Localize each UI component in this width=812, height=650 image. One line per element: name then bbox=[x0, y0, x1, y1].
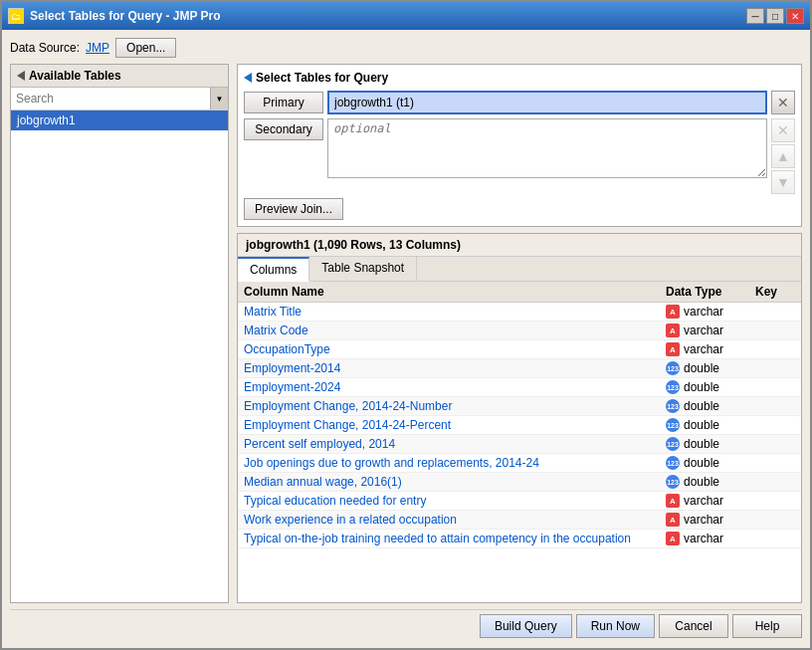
col-type-cell: 123double bbox=[666, 399, 755, 413]
table-row: Employment-2014123double bbox=[238, 359, 801, 378]
select-tables-header: Select Tables for Query bbox=[244, 71, 795, 85]
col-type-text: double bbox=[684, 380, 719, 394]
secondary-input[interactable] bbox=[327, 118, 767, 178]
col-name-header: Column Name bbox=[244, 285, 666, 299]
col-type-cell: Avarchar bbox=[666, 324, 755, 337]
left-panel: Available Tables ▼ jobgrowth1 bbox=[10, 64, 229, 603]
tabs-row: Columns Table Snapshot bbox=[238, 257, 801, 282]
secondary-up-button: ▲ bbox=[771, 144, 795, 168]
query-rows: Primary ✕ Secondary ✕ ▲ bbox=[244, 91, 795, 194]
bottom-bar: Build Query Run Now Cancel Help bbox=[10, 609, 802, 640]
title-bar: 🗂 Select Tables for Query - JMP Pro ─ □ … bbox=[2, 2, 810, 30]
varchar-icon: A bbox=[666, 494, 680, 508]
columns-tab[interactable]: Columns bbox=[238, 257, 309, 282]
col-name-cell: OccupationType bbox=[244, 342, 666, 356]
col-name-cell: Typical on-the-job training needed to at… bbox=[244, 532, 666, 545]
triangle-icon bbox=[17, 71, 25, 81]
varchar-icon: A bbox=[666, 305, 680, 319]
col-name-cell: Percent self employed, 2014 bbox=[244, 437, 666, 451]
select-tables-section: Select Tables for Query Primary ✕ bbox=[237, 64, 802, 227]
double-icon: 123 bbox=[666, 380, 680, 394]
primary-input[interactable] bbox=[327, 91, 767, 114]
double-icon: 123 bbox=[666, 475, 680, 489]
primary-side-buttons: ✕ bbox=[771, 91, 795, 114]
col-name-cell: Job openings due to growth and replaceme… bbox=[244, 456, 666, 470]
table-info-section: jobgrowth1 (1,090 Rows, 13 Columns) Colu… bbox=[237, 233, 802, 603]
table-row: Job openings due to growth and replaceme… bbox=[238, 454, 801, 473]
table-list: jobgrowth1 bbox=[11, 110, 228, 602]
table-info-title: jobgrowth1 (1,090 Rows, 13 Columns) bbox=[246, 238, 461, 252]
table-row: OccupationTypeAvarchar bbox=[238, 340, 801, 359]
title-buttons: ─ □ ✕ bbox=[746, 8, 804, 24]
columns-table: Column Name Data Type Key Matrix TitleAv… bbox=[238, 282, 801, 602]
maximize-button[interactable]: □ bbox=[766, 8, 784, 24]
col-type-text: varchar bbox=[684, 532, 723, 545]
close-window-button[interactable]: ✕ bbox=[786, 8, 804, 24]
minimize-button[interactable]: ─ bbox=[746, 8, 764, 24]
col-name-cell: Matrix Code bbox=[244, 324, 666, 337]
col-type-text: double bbox=[684, 361, 719, 375]
col-name-cell: Employment Change, 2014-24-Percent bbox=[244, 418, 666, 432]
col-type-text: double bbox=[684, 399, 719, 413]
varchar-icon: A bbox=[666, 324, 680, 337]
data-source-link[interactable]: JMP bbox=[86, 41, 109, 55]
col-rows-container: Matrix TitleAvarcharMatrix CodeAvarcharO… bbox=[238, 303, 801, 548]
top-bar: Data Source: JMP Open... bbox=[10, 38, 802, 58]
main-window: 🗂 Select Tables for Query - JMP Pro ─ □ … bbox=[0, 0, 812, 650]
varchar-icon: A bbox=[666, 513, 680, 527]
table-row: Typical on-the-job training needed to at… bbox=[238, 530, 801, 548]
open-button[interactable]: Open... bbox=[115, 38, 176, 58]
cancel-button[interactable]: Cancel bbox=[659, 614, 728, 638]
table-info-header: jobgrowth1 (1,090 Rows, 13 Columns) bbox=[238, 234, 801, 257]
help-button[interactable]: Help bbox=[732, 614, 802, 638]
varchar-icon: A bbox=[666, 532, 680, 545]
secondary-remove-button: ✕ bbox=[771, 118, 795, 142]
run-now-button[interactable]: Run Now bbox=[576, 614, 655, 638]
search-dropdown-button[interactable]: ▼ bbox=[210, 88, 228, 109]
col-type-cell: Avarchar bbox=[666, 305, 755, 319]
col-name-cell: Median annual wage, 2016(1) bbox=[244, 475, 666, 489]
double-icon: 123 bbox=[666, 361, 680, 375]
double-icon: 123 bbox=[666, 437, 680, 451]
col-type-cell: Avarchar bbox=[666, 342, 755, 356]
table-row: Percent self employed, 2014123double bbox=[238, 435, 801, 454]
col-type-cell: Avarchar bbox=[666, 494, 755, 508]
available-tables-label: Available Tables bbox=[29, 69, 121, 83]
select-tables-label: Select Tables for Query bbox=[256, 71, 388, 85]
table-item[interactable]: jobgrowth1 bbox=[11, 110, 228, 130]
col-type-text: varchar bbox=[684, 305, 723, 319]
double-icon: 123 bbox=[666, 399, 680, 413]
title-bar-left: 🗂 Select Tables for Query - JMP Pro bbox=[8, 8, 221, 24]
col-name-cell: Employment Change, 2014-24-Number bbox=[244, 399, 666, 413]
primary-button[interactable]: Primary bbox=[244, 92, 323, 113]
table-row: Matrix CodeAvarchar bbox=[238, 322, 801, 340]
primary-remove-button[interactable]: ✕ bbox=[771, 91, 795, 114]
search-row: ▼ bbox=[11, 88, 228, 110]
preview-join-button[interactable]: Preview Join... bbox=[244, 198, 343, 220]
col-type-text: double bbox=[684, 456, 719, 470]
table-row: Work experience in a related occupationA… bbox=[238, 511, 801, 530]
col-type-cell: 123double bbox=[666, 437, 755, 451]
col-type-header: Data Type bbox=[666, 285, 755, 299]
col-name-cell: Employment-2014 bbox=[244, 361, 666, 375]
secondary-down-button: ▼ bbox=[771, 170, 795, 194]
table-row: Employment Change, 2014-24-Percent123dou… bbox=[238, 416, 801, 435]
table-snapshot-tab[interactable]: Table Snapshot bbox=[309, 257, 417, 281]
secondary-button[interactable]: Secondary bbox=[244, 118, 323, 140]
col-type-text: varchar bbox=[684, 342, 723, 356]
table-row: Employment Change, 2014-24-Number123doub… bbox=[238, 397, 801, 416]
col-type-cell: Avarchar bbox=[666, 532, 755, 545]
primary-row: Primary ✕ bbox=[244, 91, 795, 114]
build-query-button[interactable]: Build Query bbox=[480, 614, 572, 638]
double-icon: 123 bbox=[666, 456, 680, 470]
col-type-cell: 123double bbox=[666, 418, 755, 432]
col-type-text: varchar bbox=[684, 513, 723, 527]
col-type-text: varchar bbox=[684, 324, 723, 337]
main-area: Available Tables ▼ jobgrowth1 Select Tab… bbox=[10, 64, 802, 603]
col-name-cell: Employment-2024 bbox=[244, 380, 666, 394]
search-input[interactable] bbox=[11, 89, 210, 108]
window-icon: 🗂 bbox=[8, 8, 24, 24]
col-name-cell: Typical education needed for entry bbox=[244, 494, 666, 508]
col-type-cell: 123double bbox=[666, 361, 755, 375]
col-name-cell: Work experience in a related occupation bbox=[244, 513, 666, 527]
